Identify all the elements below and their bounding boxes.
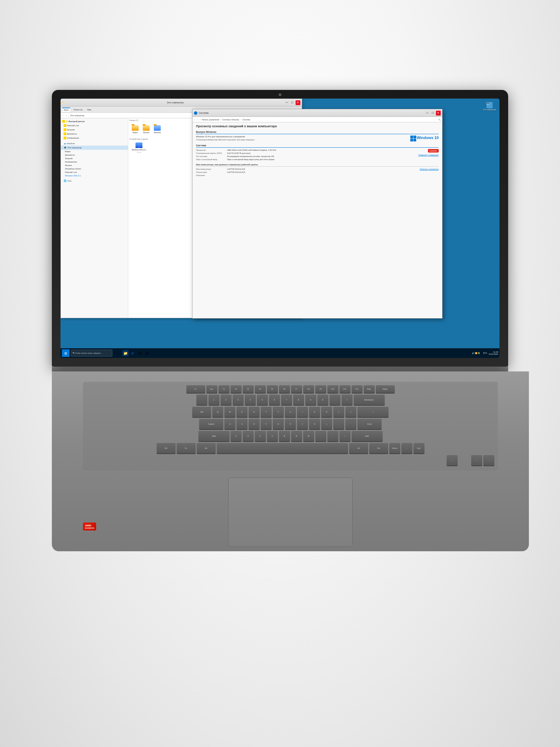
sidebar-documents[interactable]: Документы	[61, 132, 128, 136]
key-right-shift[interactable]: Shift	[352, 431, 383, 442]
key-home[interactable]: Home	[389, 443, 400, 454]
key-t[interactable]: T	[261, 407, 272, 418]
sys-nav-back[interactable]: ←	[194, 119, 196, 121]
key-semicolon[interactable]: ;	[333, 419, 344, 430]
sidebar-desktop[interactable]: Рабочий стол	[61, 123, 128, 128]
key-f10[interactable]: F10	[327, 385, 338, 394]
key-2[interactable]: 2	[221, 395, 232, 406]
sidebar-onedrive[interactable]: ☁ OneDrive	[61, 141, 128, 146]
nav-up[interactable]: ↑	[68, 114, 69, 117]
key-k[interactable]: K	[309, 419, 320, 430]
key-y[interactable]: Y	[273, 407, 284, 418]
key-m[interactable]: M	[303, 431, 314, 442]
key-b[interactable]: B	[279, 431, 290, 442]
taskbar-edge-icon[interactable]: e	[130, 350, 136, 356]
drive-windows[interactable]: W Windows-SSD (C:) -8.5 ГБ	[131, 141, 147, 154]
folder-video[interactable]: Видео	[131, 124, 140, 135]
key-enter[interactable]: Enter	[357, 419, 382, 430]
key-1[interactable]: 1	[208, 395, 220, 406]
key-p[interactable]: P	[321, 407, 332, 418]
key-equals[interactable]: =	[342, 395, 353, 406]
key-z[interactable]: Z	[231, 431, 242, 442]
taskbar-file-explorer-icon[interactable]: 📁	[122, 350, 129, 356]
key-period[interactable]: .	[327, 431, 338, 442]
key-backtick[interactable]: `	[196, 395, 207, 406]
key-fn2[interactable]: Fn	[177, 443, 196, 454]
nav-back[interactable]: ←	[62, 114, 64, 117]
ribbon-tab-file[interactable]: Файл	[62, 108, 70, 112]
change-params-link[interactable]: Изменить параметры	[420, 168, 439, 170]
taskbar-search[interactable]: 🔍 Чтобы начать поиск, введите...	[71, 350, 112, 357]
window-controls[interactable]: ─ □ ✕	[284, 100, 300, 105]
key-ctrl-right[interactable]: Ctrl	[369, 443, 388, 454]
key-5[interactable]: 5	[257, 395, 268, 406]
key-end[interactable]: End	[413, 443, 424, 454]
key-down[interactable]: ↓	[471, 455, 482, 466]
key-f12[interactable]: F12	[352, 385, 363, 394]
key-x[interactable]: X	[243, 431, 254, 442]
key-f3[interactable]: F3	[243, 385, 254, 394]
close-button[interactable]: ✕	[296, 100, 300, 105]
key-apostrophe[interactable]: '	[345, 419, 356, 430]
key-prtsc[interactable]: PrtSc	[364, 385, 375, 394]
key-alt[interactable]: Alt	[197, 443, 216, 454]
sidebar-pc-downloads[interactable]: Загрузки	[61, 157, 128, 160]
touchpad[interactable]	[228, 478, 353, 547]
key-f2[interactable]: F2	[231, 385, 242, 394]
key-f1[interactable]: F1	[218, 385, 230, 394]
desktop-icon-this-pc[interactable]: 💻 Этот компьютер	[483, 102, 496, 111]
key-8[interactable]: 8	[293, 395, 304, 406]
nav-forward[interactable]: →	[65, 114, 67, 117]
key-g[interactable]: G	[273, 419, 284, 430]
key-backslash[interactable]: \	[357, 407, 389, 418]
key-ctrl[interactable]: Ctrl	[157, 443, 176, 454]
key-space[interactable]	[217, 443, 348, 454]
sidebar-quick-access[interactable]: ⭐ Быстрый доступ	[61, 119, 128, 123]
key-f9[interactable]: F9	[315, 385, 326, 394]
key-i[interactable]: I	[297, 407, 308, 418]
key-minus[interactable]: -	[329, 395, 340, 406]
sidebar-pc-docs[interactable]: Документы	[61, 153, 128, 157]
key-alt-gr[interactable]: Alt	[349, 443, 368, 454]
key-o[interactable]: O	[309, 407, 320, 418]
key-e[interactable]: E	[236, 407, 248, 418]
sys-nav-forward[interactable]: →	[197, 119, 199, 121]
key-s[interactable]: S	[236, 419, 248, 430]
sys-maximize-button[interactable]: □	[430, 111, 435, 116]
key-f[interactable]: F	[261, 419, 272, 430]
system-properties-window[interactable]: Система ─ □ ✕ ← → ↑	[192, 109, 442, 319]
key-j[interactable]: J	[297, 419, 308, 430]
system-window-controls[interactable]: ─ □ ✕	[425, 111, 441, 116]
minimize-button[interactable]: ─	[284, 100, 289, 105]
sidebar-pc-3d[interactable]: Объёмные объект.	[61, 167, 128, 170]
key-open-bracket[interactable]: [	[333, 407, 344, 418]
taskbar-mail-icon[interactable]: ✉	[144, 350, 150, 356]
key-6[interactable]: 6	[269, 395, 280, 406]
key-a[interactable]: A	[224, 419, 235, 430]
sidebar-pc-video[interactable]: Видео	[61, 150, 128, 153]
sidebar-this-pc[interactable]: 💻 Этот компьютер	[61, 146, 128, 150]
key-c[interactable]: C	[255, 431, 266, 442]
key-0[interactable]: 0	[317, 395, 328, 406]
key-f6[interactable]: F6	[279, 385, 290, 394]
folder-music[interactable]: Музыка	[142, 124, 151, 135]
key-capslock[interactable]: CapsLk	[199, 419, 223, 430]
key-right[interactable]: →	[483, 455, 494, 466]
key-left[interactable]: ←	[447, 455, 458, 466]
ribbon-tab-computer[interactable]: Папка (1)	[72, 108, 84, 111]
sidebar-pc-images[interactable]: Изображения	[61, 160, 128, 164]
sidebar-network[interactable]: 🌐 Сеть	[61, 179, 128, 183]
key-l[interactable]: L	[321, 419, 332, 430]
key-v[interactable]: V	[267, 431, 278, 442]
key-tab[interactable]: Tab	[192, 407, 211, 418]
folder-windows[interactable]: Windows	[153, 124, 162, 135]
key-f11[interactable]: F11	[339, 385, 351, 394]
key-q[interactable]: Q	[212, 407, 223, 418]
key-f5[interactable]: F5	[267, 385, 278, 394]
key-h[interactable]: H	[285, 419, 296, 430]
key-up[interactable]: ↑	[401, 443, 412, 454]
sidebar-pc-desktop[interactable]: Рабочий стол	[61, 170, 128, 174]
key-fn[interactable]: Fn	[186, 385, 205, 394]
sidebar-images[interactable]: Изображения	[61, 136, 128, 140]
key-d[interactable]: D	[249, 419, 260, 430]
